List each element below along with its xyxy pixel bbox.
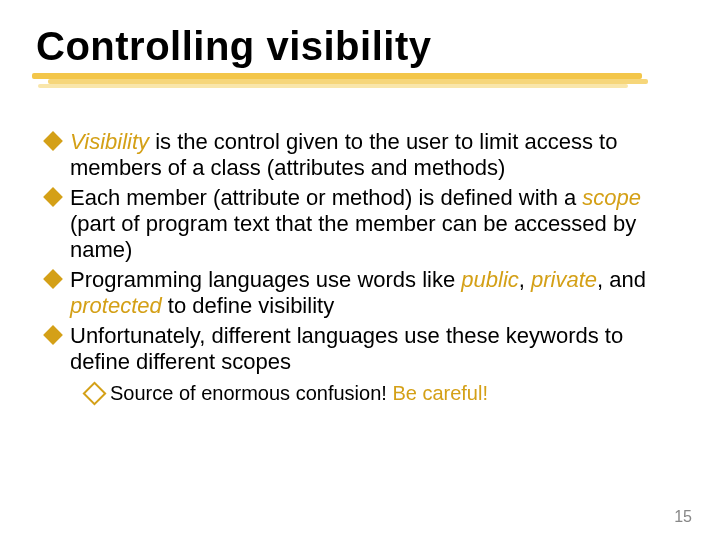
bullet-text: Each member (attribute or method) is def…	[70, 185, 582, 210]
bullet-text: Programming languages use words like	[70, 267, 461, 292]
emphasis-visibility: Visibility	[70, 129, 149, 154]
emphasis-careful: Be careful!	[392, 382, 488, 404]
bullet-item: Programming languages use words like pub…	[40, 267, 684, 319]
sub-bullet-text: Source of enormous confusion!	[110, 382, 392, 404]
slide: Controlling visibility Visibility is the…	[0, 0, 720, 540]
bullet-item: Unfortunately, different languages use t…	[40, 323, 684, 406]
slide-title: Controlling visibility	[36, 24, 684, 69]
emphasis-scope: scope	[582, 185, 641, 210]
bullet-item: Each member (attribute or method) is def…	[40, 185, 684, 263]
page-number: 15	[674, 508, 692, 526]
sub-bullet-item: Source of enormous confusion! Be careful…	[84, 381, 684, 406]
bullet-text: ,	[519, 267, 531, 292]
bullet-item: Visibility is the control given to the u…	[40, 129, 684, 181]
bullet-text: (part of program text that the member ca…	[70, 211, 636, 262]
bullet-list: Visibility is the control given to the u…	[40, 129, 684, 406]
slide-body: Visibility is the control given to the u…	[36, 129, 684, 406]
title-underline	[36, 73, 684, 93]
bullet-text: , and	[597, 267, 646, 292]
emphasis-private: private	[531, 267, 597, 292]
emphasis-protected: protected	[70, 293, 162, 318]
bullet-text: is the control given to the user to limi…	[70, 129, 617, 180]
sub-bullet-list: Source of enormous confusion! Be careful…	[84, 381, 684, 406]
emphasis-public: public	[461, 267, 518, 292]
bullet-text: Unfortunately, different languages use t…	[70, 323, 623, 374]
bullet-text: to define visibility	[162, 293, 334, 318]
